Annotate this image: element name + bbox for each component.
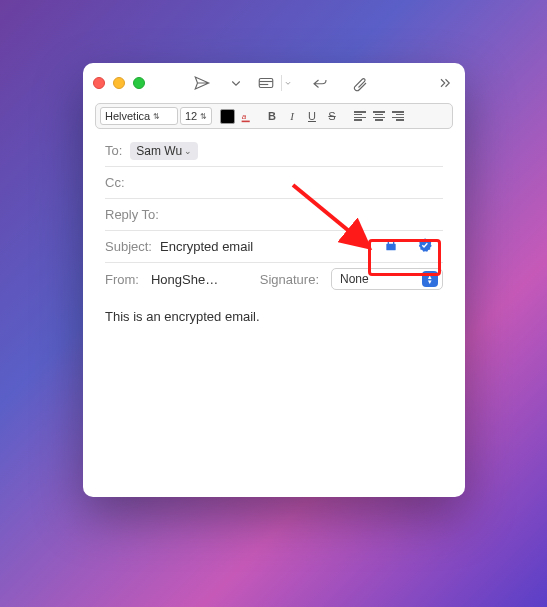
chevron-down-icon [283,74,293,92]
align-center-button[interactable] [370,107,388,125]
reply-to-label: Reply To: [105,207,159,222]
text-color-picker-button[interactable]: a [237,107,255,125]
font-family-select[interactable]: Helvetica ⇅ [100,107,178,125]
font-size-select[interactable]: 12 ⇅ [180,107,212,125]
seal-check-icon [417,237,433,253]
format-bar: Helvetica ⇅ 12 ⇅ a B I U S [95,103,453,129]
recipient-token[interactable]: Sam Wu ⌄ [130,142,198,160]
strike-button[interactable]: S [323,107,341,125]
security-icons [373,231,443,262]
from-account-select[interactable]: HongShe… [151,272,218,287]
font-family-value: Helvetica [105,110,150,122]
align-right-button[interactable] [389,107,407,125]
paperclip-icon [351,74,369,92]
cc-label: Cc: [105,175,125,190]
attach-button[interactable] [343,69,377,97]
svg-text:a: a [241,111,246,120]
chevron-down-icon: ⌄ [184,146,192,156]
bold-button[interactable]: B [263,107,281,125]
updown-caret-icon: ▴▾ [422,271,438,287]
close-button[interactable] [93,77,105,89]
reply-to-row[interactable]: Reply To: [105,199,443,231]
encryption-button[interactable] [383,237,399,256]
cc-row[interactable]: Cc: [105,167,443,199]
reply-button[interactable] [303,69,337,97]
text-color-swatch[interactable] [220,109,235,124]
zoom-button[interactable] [133,77,145,89]
minimize-button[interactable] [113,77,125,89]
signing-button[interactable] [417,237,433,256]
signature-label: Signature: [260,272,319,287]
subject-value: Encrypted email [160,239,253,254]
paper-plane-icon [193,74,211,92]
svg-rect-0 [259,79,273,88]
color-a-icon: a [240,110,253,123]
list-icon [257,74,275,92]
select-caret-icon: ⇅ [153,112,160,121]
underline-button[interactable]: U [303,107,321,125]
subject-label: Subject: [105,239,152,254]
align-right-icon [392,111,404,121]
signature-value: None [340,272,369,286]
overflow-button[interactable] [433,69,455,97]
lock-icon [383,237,399,253]
subject-row[interactable]: Subject: Encrypted email [105,231,443,263]
signature-select[interactable]: None ▴▾ [331,268,443,290]
to-label: To: [105,143,122,158]
send-options-button[interactable] [225,69,247,97]
align-center-icon [373,111,385,121]
alignment-group [351,107,407,125]
italic-button[interactable]: I [283,107,301,125]
window-controls [93,77,145,89]
align-left-button[interactable] [351,107,369,125]
font-size-value: 12 [185,110,197,122]
compose-window: Helvetica ⇅ 12 ⇅ a B I U S To: Sam Wu ⌄ [83,63,465,497]
titlebar [83,63,465,103]
message-body[interactable]: This is an encrypted email. [83,295,465,497]
select-caret-icon: ⇅ [200,112,207,121]
align-left-icon [354,111,366,121]
from-row: From: HongShe… Signature: None ▴▾ [105,263,443,295]
reply-arrow-icon [311,74,329,92]
message-headers: To: Sam Wu ⌄ Cc: Reply To: Subject: Encr… [83,135,465,295]
chevrons-right-icon [435,74,453,92]
from-label: From: [105,272,139,287]
send-button[interactable] [185,69,219,97]
to-row[interactable]: To: Sam Wu ⌄ [105,135,443,167]
recipient-name: Sam Wu [136,144,182,158]
chevron-down-icon [227,74,245,92]
header-fields-button[interactable] [253,69,297,97]
body-text: This is an encrypted email. [105,309,260,324]
